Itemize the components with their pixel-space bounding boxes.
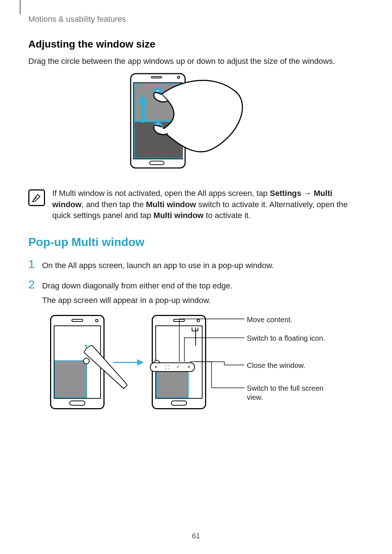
popup-move-icon[interactable]: ▾	[153, 365, 159, 369]
heading-popup-multiwindow: Pop-up Multi window	[28, 235, 364, 249]
step-2-text-a: Drag down diagonally from either end of …	[42, 280, 233, 291]
note-arrow: →	[301, 189, 314, 198]
note-bold-mw2: Multi window	[146, 200, 196, 209]
step-1: 1 On the All apps screen, launch an app …	[28, 258, 364, 271]
step-2: 2 Drag down diagonally from either end o…	[28, 279, 364, 306]
step-number-2: 2	[28, 279, 42, 290]
callout-floating-icon: Switch to a floating icon.	[247, 334, 325, 343]
header-tick	[20, 0, 21, 15]
figure-adjust-size	[28, 72, 364, 177]
arrow-right-icon	[112, 357, 144, 368]
note-part: , and then tap the	[82, 200, 146, 209]
note-bold-mw3: Multi window	[154, 211, 204, 220]
svg-marker-15	[137, 359, 144, 366]
note-part: to activate it.	[204, 211, 251, 220]
breadcrumb: Motions & usability features	[28, 15, 364, 24]
popup-fullscreen-icon[interactable]: ⤢	[175, 365, 181, 369]
note-text: If Multi window is not activated, open t…	[52, 188, 364, 221]
step-2-text-b: The app screen will appear in a pop-up w…	[42, 295, 233, 306]
note-part: If Multi window is not activated, open t…	[52, 189, 270, 198]
note-icon	[28, 189, 45, 206]
illustration-phone-right: ▾ ⛶ ⤢ ✕	[152, 315, 206, 409]
note-box: If Multi window is not activated, open t…	[28, 188, 364, 221]
figure-popup-window: ▾ ⛶ ⤢ ✕ Move content. Switch to a floati…	[43, 313, 362, 415]
stylus-icon	[84, 345, 127, 392]
text-adjusting-body: Drag the circle between the app windows …	[28, 56, 364, 67]
heading-adjusting: Adjusting the window size	[28, 38, 364, 50]
step-1-text: On the All apps screen, launch an app to…	[42, 258, 274, 271]
page-number: 61	[0, 532, 392, 540]
popup-toolbar: ▾ ⛶ ⤢ ✕	[150, 362, 195, 372]
popup-floating-icon[interactable]: ⛶	[164, 365, 170, 369]
callout-full-screen: Switch to the full screen view.	[247, 384, 327, 402]
step-number-1: 1	[28, 258, 42, 270]
popup-close-icon[interactable]: ✕	[186, 365, 192, 369]
callout-close-window: Close the window.	[247, 361, 305, 370]
callout-move-content: Move content.	[247, 315, 293, 324]
illustration-phone-left	[50, 315, 105, 409]
illustration-drag-divider	[127, 72, 265, 177]
note-bold-settings: Settings	[270, 189, 301, 198]
